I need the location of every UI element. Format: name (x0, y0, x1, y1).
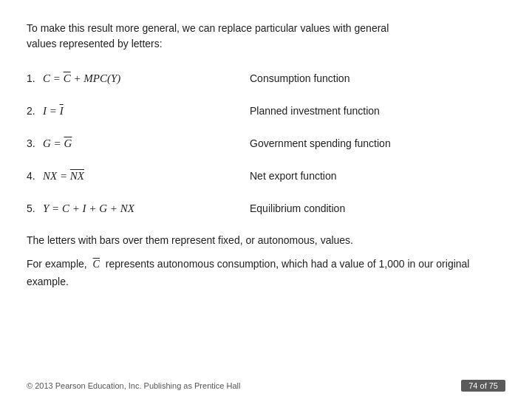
eq-number-2: 2. (27, 105, 43, 117)
equation-row-2: 2. I = I Planned investment function (27, 98, 505, 124)
eq-number-4: 4. (27, 170, 43, 182)
eq-label-3: Government spending function (250, 137, 391, 149)
eq-formula-3: G = G (43, 137, 205, 150)
eq-number-5: 5. (27, 202, 43, 214)
bottom-text: The letters with bars over them represen… (27, 232, 505, 290)
equation-row-3: 3. G = G Government spending function (27, 130, 505, 157)
eq-label-1: Consumption function (250, 72, 349, 84)
eq-label-2: Planned investment function (250, 105, 380, 117)
bottom-text-2-prefix: For example, (27, 258, 87, 270)
equation-row-1: 1. C = C + MPC(Y) Consumption function (27, 65, 505, 92)
footer-copyright: © 2013 Pearson Education, Inc. Publishin… (27, 381, 240, 390)
intro-line1: To make this result more general, we can… (27, 22, 389, 34)
eq-formula-1: C = C + MPC(Y) (43, 72, 205, 85)
equation-row-4: 4. NX = NX Net export function (27, 163, 505, 189)
eq-formula-5: Y = C + I + G + NX (43, 202, 205, 215)
equations-section: 1. C = C + MPC(Y) Consumption function 2… (27, 65, 505, 222)
eq-formula-2: I = I (43, 105, 205, 117)
eq-number-1: 1. (27, 72, 43, 84)
eq-formula-4: NX = NX (43, 170, 205, 183)
intro-line2: values represented by letters: (27, 38, 163, 50)
bottom-text-2-math: C (93, 259, 100, 270)
equation-row-5: 5. Y = C + I + G + NX Equilibrium condit… (27, 195, 505, 222)
eq-label-4: Net export function (250, 170, 337, 182)
footer-page-number: 74 of 75 (461, 380, 505, 392)
bottom-text-1: The letters with bars over them represen… (27, 234, 353, 246)
page: To make this result more general, we can… (0, 0, 532, 399)
intro-text: To make this result more general, we can… (27, 21, 505, 52)
eq-label-5: Equilibrium condition (250, 202, 345, 214)
footer: © 2013 Pearson Education, Inc. Publishin… (0, 380, 532, 392)
eq-number-3: 3. (27, 137, 43, 149)
